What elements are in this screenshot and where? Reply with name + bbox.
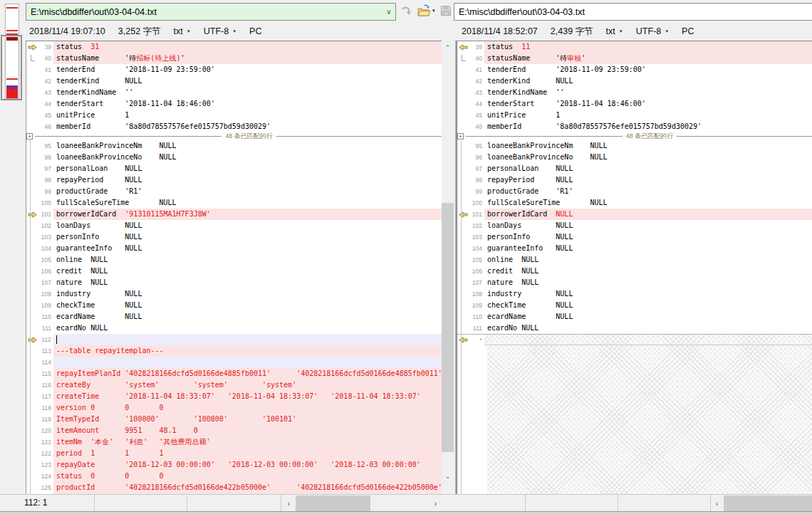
code-line-row[interactable]: 106credit NULL: [457, 266, 812, 277]
code-line-row[interactable]: 115repayItemPlanId '4028218166dcfd5d0166…: [26, 368, 442, 379]
code-line-row[interactable]: 96loaneeBankProvinceNo NULL: [457, 152, 812, 163]
code-line-row[interactable]: 98repayPeriod NULL: [457, 174, 812, 186]
code-line-row[interactable]: 104guaranteeInfo NULL: [26, 243, 442, 254]
code-line-row[interactable]: 121itemNm '本金' '利息' '其他费用总额': [26, 436, 442, 448]
code-line-row[interactable]: 95loaneeBankProvinceNm NULL: [26, 140, 442, 152]
code-line-row[interactable]: 39status 11: [457, 41, 812, 53]
code-text: online NULL: [484, 254, 812, 266]
scroll-left-icon[interactable]: ‹: [283, 495, 295, 511]
code-line-row[interactable]: 40statusName '待审核': [457, 53, 812, 64]
code-line-row[interactable]: 98repayPeriod NULL: [26, 174, 442, 186]
code-line-row[interactable]: 41tenderEnd '2018-11-09 23:59:00': [26, 64, 442, 75]
code-line-row[interactable]: 120itemAmount 9951 48.1 0: [26, 425, 442, 436]
scroll-left-icon[interactable]: ‹: [711, 495, 723, 511]
code-line-row[interactable]: 111ecardNo NULL: [457, 322, 812, 334]
left-file-path-combobox[interactable]: E:\misc\dbdiffer\out\03-04-04.txt ∨: [26, 3, 396, 21]
save-icon[interactable]: [439, 4, 453, 18]
right-hscroll-thumb[interactable]: [724, 495, 812, 511]
left-hscroll-thumb[interactable]: [296, 495, 370, 511]
code-line-row[interactable]: 99productGrade 'R1': [457, 186, 812, 197]
matched-lines-divider[interactable]: +48 条已匹配的行: [457, 132, 812, 140]
code-line-row[interactable]: 46memberId '8a80d78557576efe015757bd59d3…: [26, 121, 442, 132]
code-line-row[interactable]: 42tenderKind NULL: [26, 75, 442, 87]
code-line-row[interactable]: 105online NULL: [26, 254, 442, 266]
code-line-row[interactable]: 113---table repayitemplan---: [26, 345, 442, 357]
code-line-row[interactable]: 111ecardNo NULL: [26, 322, 442, 334]
code-line-row[interactable]: 42tenderKind NULL: [457, 75, 812, 87]
left-file-encoding-dropdown[interactable]: UTF-8▼: [204, 26, 236, 36]
code-line-row[interactable]: 108industry NULL: [26, 288, 442, 300]
code-line-row[interactable]: 109checkTime NULL: [26, 300, 442, 311]
code-line-row[interactable]: 108industry NULL: [457, 288, 812, 300]
code-line-row[interactable]: 118version 0 0 0: [26, 402, 442, 414]
right-file-path-combobox[interactable]: E:\misc\dbdiffer\out\03-04-03.txt: [454, 3, 812, 21]
code-line-row[interactable]: 102loanDays NULL: [26, 220, 442, 231]
caret-position-status: 112: 1: [20, 495, 95, 512]
code-line-row[interactable]: 101borrowerIdCard NULL: [457, 209, 812, 220]
code-line-row[interactable]: 110ecardName NULL: [26, 311, 442, 322]
left-diff-editor[interactable]: 39status 3140statusName '待招标(待上线)'41tend…: [26, 41, 442, 494]
gutter-marker: [26, 98, 38, 110]
code-line-row[interactable]: 123repayDate '2018-12-03 00:00:00' '2018…: [26, 459, 442, 471]
code-line-row[interactable]: 39status 31: [26, 41, 442, 53]
code-line-row[interactable]: 97personalLoan NULL: [457, 163, 812, 174]
ghost-line-row[interactable]: *: [457, 334, 812, 345]
open-folder-dropdown-icon[interactable]: ▾: [432, 8, 435, 14]
expand-fold-icon[interactable]: +: [26, 133, 33, 140]
code-line-row[interactable]: 105online NULL: [457, 254, 812, 266]
code-line-row[interactable]: 40statusName '待招标(待上线)': [26, 53, 442, 64]
code-line-row[interactable]: 107nature NULL: [26, 277, 442, 288]
code-line-row[interactable]: 107nature NULL: [457, 277, 812, 288]
code-line-row[interactable]: 43tenderKindName '': [457, 87, 812, 98]
code-line-row[interactable]: 116createBy 'system' 'system' 'system': [26, 379, 442, 391]
left-file-type-dropdown[interactable]: txt▼: [174, 26, 191, 36]
code-line-row[interactable]: 46memberId '8a80d78557576efe015757bd59d3…: [457, 121, 812, 132]
scroll-up-icon[interactable]: ⌃: [442, 41, 454, 53]
left-horizontal-scrollbar[interactable]: ‹ ›: [283, 495, 442, 511]
code-line-row[interactable]: 96loaneeBankProvinceNo NULL: [26, 152, 442, 163]
code-line-row[interactable]: 100fullScaleSureTime NULL: [26, 197, 442, 209]
code-line-row[interactable]: 117createTime '2018-11-04 18:33:07' '201…: [26, 391, 442, 402]
code-line-row[interactable]: 99productGrade 'R1': [26, 186, 442, 197]
left-path-dropdown-icon[interactable]: ∨: [382, 4, 395, 20]
right-horizontal-scrollbar[interactable]: ‹: [711, 495, 812, 511]
code-line-row[interactable]: 109checkTime NULL: [457, 300, 812, 311]
code-line-row[interactable]: 43tenderKindName '': [26, 87, 442, 98]
code-line-row[interactable]: 119ItemTypeId '100000' '100800' '100101': [26, 414, 442, 425]
code-line-row[interactable]: 114: [26, 357, 442, 368]
code-line-row[interactable]: 45unitPrice 1: [26, 110, 442, 121]
code-line-row[interactable]: 124status 0 0 0: [26, 471, 442, 482]
compare-refresh-icon[interactable]: [399, 4, 413, 18]
code-line-row[interactable]: 125productId '4028218166dcfd5d0166de422b…: [26, 482, 442, 493]
code-line-row[interactable]: 44tenderStart '2018-11-04 18:46:00': [26, 98, 442, 110]
open-folder-icon[interactable]: [417, 4, 431, 18]
code-line-row[interactable]: 95loaneeBankProvinceNm NULL: [457, 140, 812, 152]
code-line-row[interactable]: 44tenderStart '2018-11-04 18:46:00': [457, 98, 812, 110]
gutter-marker: [457, 277, 469, 288]
code-line-row[interactable]: 103personInfo NULL: [26, 231, 442, 243]
code-line-row[interactable]: 45unitPrice 1: [457, 110, 812, 121]
code-line-row[interactable]: 106credit NULL: [26, 266, 442, 277]
line-number: 97: [469, 163, 484, 174]
code-line-row[interactable]: 97personalLoan NULL: [26, 163, 442, 174]
right-file-encoding-dropdown[interactable]: UTF-8▼: [636, 26, 669, 36]
code-line-row[interactable]: 122period 1 1 1: [26, 448, 442, 459]
code-text: status 11: [484, 41, 812, 53]
matched-lines-divider[interactable]: +48 条已匹配的行: [26, 132, 442, 140]
overview-viewport-indicator[interactable]: [1, 35, 22, 100]
code-line-row[interactable]: 112: [26, 334, 442, 345]
code-line-row[interactable]: 102loanDays NULL: [457, 220, 812, 231]
left-vscroll-thumb[interactable]: [442, 203, 454, 452]
code-line-row[interactable]: 101borrowerIdCard '91310115MA1H7F3J8W': [26, 209, 442, 220]
right-file-type-dropdown[interactable]: txt▼: [606, 26, 623, 36]
left-vertical-scrollbar[interactable]: ⌃ ⌄: [442, 41, 454, 482]
code-line-row[interactable]: 104guaranteeInfo NULL: [457, 243, 812, 254]
right-diff-editor[interactable]: 39status 1140statusName '待审核'41tenderEnd…: [457, 41, 812, 494]
scroll-down-icon[interactable]: ⌄: [442, 470, 454, 482]
scroll-right-icon[interactable]: ›: [430, 495, 442, 511]
code-line-row[interactable]: 41tenderEnd '2018-11-09 23:59:00': [457, 64, 812, 75]
code-line-row[interactable]: 103personInfo NULL: [457, 231, 812, 243]
code-line-row[interactable]: 100fullScaleSureTime NULL: [457, 197, 812, 209]
expand-fold-icon[interactable]: +: [457, 133, 464, 140]
code-line-row[interactable]: 110ecardName NULL: [457, 311, 812, 322]
